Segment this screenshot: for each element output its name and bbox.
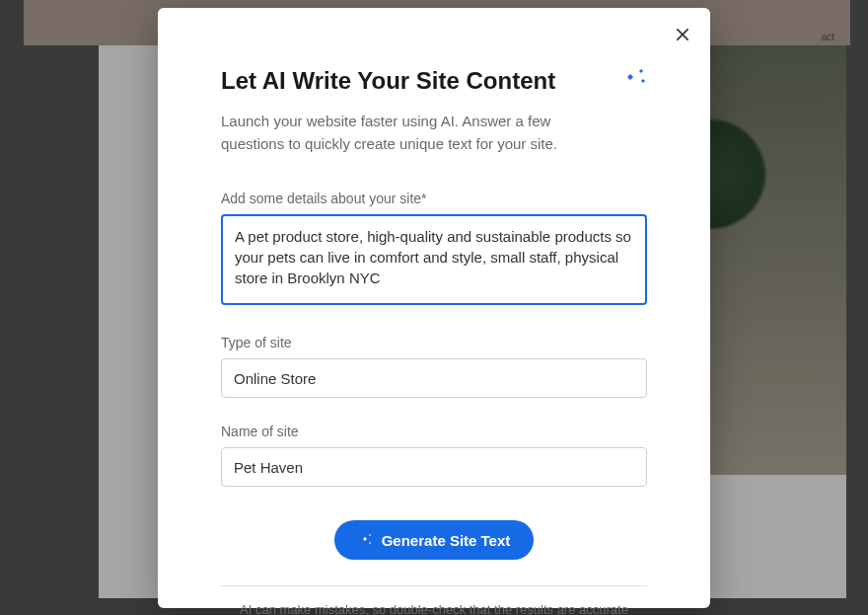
close-button[interactable] — [671, 24, 694, 47]
site-type-label: Type of site — [221, 335, 647, 350]
footer-divider — [221, 585, 647, 586]
sparkle-icon — [619, 65, 651, 89]
field-group-site-type: Type of site — [221, 335, 647, 398]
modal-title: Let AI Write Your Site Content — [221, 67, 647, 95]
site-name-label: Name of site — [221, 423, 647, 439]
field-group-site-name: Name of site — [221, 423, 647, 487]
sparkle-small-icon — [358, 531, 374, 550]
disclaimer-text: AI can make mistakes, so double-check th… — [221, 600, 647, 615]
generate-button-label: Generate Site Text — [382, 532, 511, 549]
site-name-input[interactable] — [221, 447, 647, 487]
ai-content-modal: Let AI Write Your Site Content Launch yo… — [158, 8, 710, 608]
modal-subtitle: Launch your website faster using AI. Ans… — [221, 111, 615, 155]
close-icon — [677, 27, 688, 44]
generate-site-text-button[interactable]: Generate Site Text — [334, 520, 535, 560]
site-type-input[interactable] — [221, 358, 647, 398]
details-textarea[interactable]: A pet product store, high-quality and su… — [221, 214, 647, 305]
details-label: Add some details about your site* — [221, 191, 647, 206]
field-group-details: Add some details about your site* A pet … — [221, 191, 647, 309]
